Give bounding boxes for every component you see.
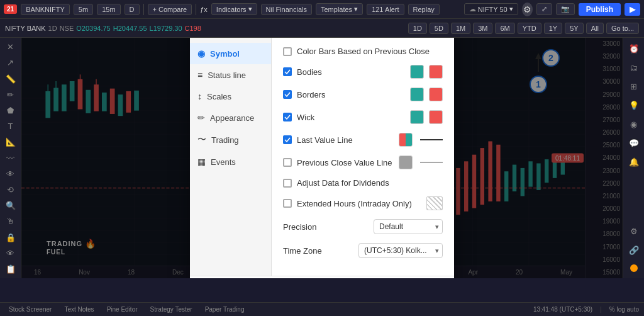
layers-icon[interactable]: 🗂 <box>627 60 641 74</box>
pointer-icon[interactable]: 🖱 <box>4 216 18 227</box>
nav-appearance[interactable]: ✏ Appearance <box>190 107 271 128</box>
tf-d-button[interactable]: D <box>125 4 140 15</box>
tf-5m-button[interactable]: 5m <box>74 4 93 15</box>
price-low: L19729.30 <box>150 25 182 32</box>
tf-ytd-btn[interactable]: YTD <box>518 23 541 34</box>
checkbox-wick[interactable] <box>283 113 292 121</box>
nav-symbol-label: Symbol <box>210 49 240 59</box>
goto-button[interactable]: Go to... <box>606 23 639 34</box>
nav-trading[interactable]: 〜 Trading <box>190 128 271 151</box>
tf-5y-btn[interactable]: 5Y <box>565 23 583 34</box>
checkbox-color-bars[interactable] <box>283 47 292 56</box>
checkbox-bodies[interactable] <box>283 67 292 76</box>
indicators-button[interactable]: Indicators ▾ <box>211 3 257 15</box>
settings-gear[interactable]: ⚙ <box>522 3 533 16</box>
dialog-sidebar: ◉ Symbol ≡ Status line ↕ Scales ✏ <box>190 38 272 276</box>
pencil-icon[interactable]: ✏ <box>4 89 18 100</box>
lock-icon[interactable]: 🔒 <box>4 232 18 242</box>
tf-1d-btn[interactable]: 1D <box>408 23 427 34</box>
ideas-icon[interactable]: 💡 <box>627 98 641 112</box>
appearance-nav-icon: ✏ <box>197 113 205 123</box>
timezone-select[interactable]: (UTC+5:30) Kolk... <box>358 243 443 258</box>
cursor-icon[interactable]: ✕ <box>4 42 18 52</box>
chat-icon[interactable]: 💬 <box>627 136 641 150</box>
borders-color-red[interactable] <box>429 87 443 101</box>
wave-icon[interactable]: 〰 <box>4 152 18 163</box>
camera-button[interactable]: 📷 <box>556 3 575 15</box>
publish-button[interactable]: Publish <box>579 3 621 16</box>
checkbox-extended-hours[interactable] <box>283 199 292 208</box>
orange-indicator <box>630 264 638 272</box>
replay-button[interactable]: Replay <box>408 4 440 15</box>
grid-icon[interactable]: ⊞ <box>627 79 641 93</box>
angle-icon[interactable]: 📐 <box>4 137 18 147</box>
bodies-color-green[interactable] <box>410 65 424 79</box>
prev-close-line-style[interactable] <box>420 162 443 163</box>
checkbox-prev-close[interactable] <box>283 158 292 167</box>
trend-line-icon[interactable]: ↗ <box>4 57 18 68</box>
shape-icon[interactable]: ⬟ <box>4 105 18 116</box>
link-icon[interactable]: 🔗 <box>627 243 641 257</box>
chart-symbol: NIFTY BANK <box>5 25 46 32</box>
nav-symbol[interactable]: ◉ Symbol <box>190 43 271 64</box>
settings-right-icon[interactable]: ⚙ <box>627 224 641 238</box>
alarm-icon[interactable]: ⏰ <box>627 42 641 55</box>
wick-color-red[interactable] <box>429 110 443 124</box>
stock-screener-tab[interactable]: Stock Screener <box>5 305 55 314</box>
nav-events[interactable]: ▦ Events <box>190 151 271 172</box>
left-sidebar: ✕ ↗ 📏 ✏ ⬟ T 📐 〰 👁 ⟲ 🔍 🖱 🔒 👁 📋 <box>0 38 21 278</box>
text-icon[interactable]: T <box>4 121 18 132</box>
checkbox-last-value-line[interactable] <box>283 135 292 144</box>
chart-area[interactable]: 33000 32000 31000 30000 29000 28000 2700… <box>21 38 623 278</box>
alert-button[interactable]: 121 Alert <box>367 4 404 15</box>
text-notes-tab[interactable]: Text Notes <box>60 305 97 314</box>
financials-button[interactable]: Nil Financials <box>261 4 312 15</box>
precision-select[interactable]: Default <box>374 219 443 234</box>
symbol-nav-icon: ◉ <box>197 48 205 59</box>
setting-precision: Precision Default <box>283 219 443 234</box>
strategy-tester-tab[interactable]: Strategy Tester <box>147 305 196 314</box>
checkbox-dividends[interactable] <box>283 179 292 188</box>
precision-select-wrap: Default <box>374 219 443 234</box>
tf-1m-btn[interactable]: 1M <box>451 23 470 34</box>
top-toolbar: 21 BANKNIFTY 5m 15m D + Compare ƒx Indic… <box>0 0 644 19</box>
magnet-icon[interactable]: ⟲ <box>4 184 18 195</box>
pine-editor-tab[interactable]: Pine Editor <box>103 305 142 314</box>
tf-6m-btn[interactable]: 6M <box>495 23 514 34</box>
measure-icon[interactable]: 📏 <box>4 73 18 84</box>
visibility-icon[interactable]: 👁 <box>4 248 18 259</box>
nifty-selector[interactable]: ☁ NIFTY 50 ▾ <box>464 3 518 15</box>
play-button[interactable]: ▶ <box>625 3 640 16</box>
setting-bodies: Bodies <box>283 65 443 79</box>
extended-hours-pattern <box>426 196 443 210</box>
bodies-color-red[interactable] <box>429 65 443 79</box>
eye-icon[interactable]: 👁 <box>4 169 18 179</box>
expand-button[interactable]: ⤢ <box>536 3 552 15</box>
last-value-line-style[interactable] <box>420 139 443 140</box>
nav-scales[interactable]: ↕ Scales <box>190 86 271 107</box>
clipboard-icon[interactable]: 📋 <box>4 264 18 274</box>
nav-status-line[interactable]: ≡ Status line <box>190 64 271 86</box>
tf-3m-btn[interactable]: 3M <box>473 23 492 34</box>
label-dividends: Adjust Data for Dividends <box>297 178 443 188</box>
symbol-button[interactable]: BANKNIFTY <box>21 4 70 15</box>
top-bar-left: 21 BANKNIFTY 5m 15m D + Compare ƒx Indic… <box>4 3 459 15</box>
checkbox-borders[interactable] <box>283 90 292 99</box>
tf-1y-btn[interactable]: 1Y <box>544 23 562 34</box>
tf-15m-button[interactable]: 15m <box>97 4 120 15</box>
prev-close-color[interactable] <box>399 155 413 169</box>
notification-icon[interactable]: 🔔 <box>627 155 641 169</box>
paper-trading-tab[interactable]: Paper Trading <box>201 305 248 314</box>
zoom-icon[interactable]: 🔍 <box>4 200 18 211</box>
expand-icon: ⤢ <box>541 5 547 13</box>
circle-icon[interactable]: ◉ <box>627 117 641 131</box>
label-extended-hours: Extended Hours (Intraday Only) <box>297 199 421 208</box>
compare-button[interactable]: + Compare <box>148 4 192 15</box>
tf-all-btn[interactable]: All <box>586 23 604 34</box>
last-value-line-color[interactable] <box>399 133 413 147</box>
tf-5d-btn[interactable]: 5D <box>430 23 448 34</box>
wick-color-green[interactable] <box>410 110 424 124</box>
templates-button[interactable]: Templates ▾ <box>316 3 363 15</box>
borders-color-green[interactable] <box>410 87 424 101</box>
price-open: O20394.75 <box>76 25 110 32</box>
